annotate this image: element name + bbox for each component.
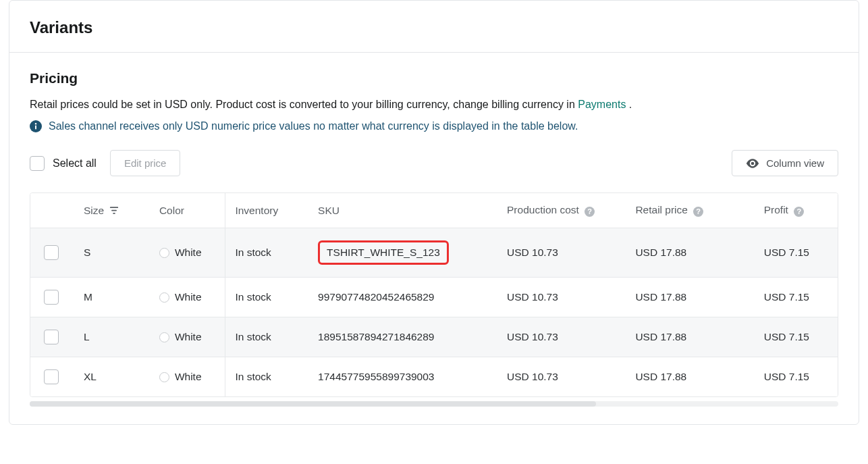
header-profit-label: Profit — [764, 204, 788, 215]
svg-rect-1 — [35, 126, 36, 130]
row-production-cost: USD 10.73 — [497, 278, 626, 317]
row-color: White — [150, 278, 225, 317]
row-inventory: In stock — [225, 228, 308, 278]
select-all-label: Select all — [53, 157, 97, 170]
header-retail-price: Retail price ? — [626, 193, 754, 228]
controls-left: Select all Edit price — [30, 150, 180, 176]
row-profit: USD 7.15 — [755, 357, 838, 397]
row-retail-price[interactable]: USD 17.88 — [626, 357, 754, 397]
table-row: SWhiteIn stockTSHIRT_WHITE_S_123USD 10.7… — [30, 228, 838, 278]
row-retail-price[interactable]: USD 17.88 — [626, 228, 754, 278]
row-retail-price[interactable]: USD 17.88 — [626, 317, 754, 357]
pricing-description-text: Retail prices could be set in USD only. … — [30, 99, 578, 110]
row-profit: USD 7.15 — [755, 228, 838, 278]
header-color[interactable]: Color — [150, 193, 225, 228]
color-swatch — [159, 248, 169, 258]
header-production-cost-label: Production cost — [507, 204, 579, 215]
row-sku[interactable]: 99790774820452465829 — [308, 278, 497, 317]
color-label: White — [175, 291, 202, 303]
select-all-checkbox[interactable] — [30, 156, 45, 171]
row-inventory: In stock — [225, 278, 308, 317]
pricing-title: Pricing — [30, 70, 838, 86]
eye-icon — [746, 159, 759, 168]
payments-link[interactable]: Payments — [578, 99, 626, 110]
card-header: Variants — [9, 1, 859, 53]
help-icon[interactable]: ? — [693, 207, 703, 217]
pricing-description-suffix: . — [626, 99, 632, 110]
row-production-cost: USD 10.73 — [497, 317, 626, 357]
color-swatch — [159, 292, 169, 303]
row-inventory: In stock — [225, 357, 308, 397]
info-text: Sales channel receives only USD numeric … — [49, 120, 578, 132]
row-production-cost: USD 10.73 — [497, 228, 626, 278]
variants-tbody: SWhiteIn stockTSHIRT_WHITE_S_123USD 10.7… — [30, 228, 838, 397]
select-all-wrap: Select all — [30, 156, 97, 171]
color-label: White — [175, 331, 202, 343]
header-inventory: Inventory — [225, 193, 308, 228]
controls-row: Select all Edit price Column view — [30, 150, 838, 176]
variants-table-wrap: Size Color Inventory SKU Production cost — [30, 192, 838, 397]
row-checkbox[interactable] — [44, 245, 59, 260]
svg-point-3 — [751, 162, 755, 165]
row-checkbox-cell — [30, 357, 74, 397]
row-profit: USD 7.15 — [755, 317, 838, 357]
row-size: L — [74, 317, 150, 357]
row-size: S — [74, 228, 150, 278]
header-checkbox-col — [30, 193, 74, 228]
table-header-row: Size Color Inventory SKU Production cost — [30, 193, 838, 228]
table-row: LWhiteIn stock18951587894271846289USD 10… — [30, 317, 838, 357]
column-view-button[interactable]: Column view — [732, 150, 838, 176]
svg-rect-4 — [110, 207, 118, 208]
row-sku[interactable]: 17445775955899739003 — [308, 357, 497, 397]
svg-rect-5 — [111, 210, 117, 211]
row-checkbox-cell — [30, 317, 74, 357]
color-swatch — [159, 372, 169, 382]
pricing-description: Retail prices could be set in USD only. … — [30, 97, 838, 112]
info-banner: Sales channel receives only USD numeric … — [30, 120, 838, 132]
row-checkbox[interactable] — [44, 369, 59, 384]
color-label: White — [175, 247, 202, 259]
filter-icon — [109, 206, 119, 215]
card-title: Variants — [30, 18, 838, 37]
row-checkbox[interactable] — [44, 330, 59, 344]
row-checkbox-cell — [30, 228, 74, 278]
svg-point-2 — [35, 123, 36, 124]
row-sku[interactable]: TSHIRT_WHITE_S_123 — [308, 228, 497, 278]
row-checkbox-cell — [30, 278, 74, 317]
row-sku[interactable]: 18951587894271846289 — [308, 317, 497, 357]
color-label: White — [175, 371, 202, 383]
row-checkbox[interactable] — [44, 290, 59, 305]
edit-price-button[interactable]: Edit price — [110, 150, 181, 176]
row-color: White — [150, 357, 225, 397]
help-icon[interactable]: ? — [585, 207, 595, 217]
header-size[interactable]: Size — [74, 193, 150, 228]
horizontal-scrollbar-thumb[interactable] — [30, 401, 596, 407]
table-row: XLWhiteIn stock17445775955899739003USD 1… — [30, 357, 838, 397]
horizontal-scrollbar[interactable] — [30, 401, 838, 407]
header-profit: Profit ? — [755, 193, 838, 228]
card-body: Pricing Retail prices could be set in US… — [9, 53, 859, 424]
help-icon[interactable]: ? — [794, 207, 804, 217]
row-color: White — [150, 317, 225, 357]
sku-highlight: TSHIRT_WHITE_S_123 — [318, 240, 449, 265]
row-size: M — [74, 278, 150, 317]
row-retail-price[interactable]: USD 17.88 — [626, 278, 754, 317]
info-icon — [30, 120, 42, 132]
header-size-label: Size — [84, 205, 104, 216]
row-production-cost: USD 10.73 — [497, 357, 626, 397]
variants-card: Variants Pricing Retail prices could be … — [9, 0, 859, 425]
header-production-cost: Production cost ? — [497, 193, 626, 228]
color-swatch — [159, 332, 169, 342]
row-inventory: In stock — [225, 317, 308, 357]
row-size: XL — [74, 357, 150, 397]
table-row: MWhiteIn stock99790774820452465829USD 10… — [30, 278, 838, 317]
column-view-label: Column view — [766, 157, 824, 169]
svg-rect-6 — [113, 213, 116, 214]
variants-table: Size Color Inventory SKU Production cost — [30, 193, 838, 396]
row-profit: USD 7.15 — [755, 278, 838, 317]
header-retail-price-label: Retail price — [635, 204, 688, 215]
row-color: White — [150, 228, 225, 278]
header-sku: SKU — [308, 193, 497, 228]
